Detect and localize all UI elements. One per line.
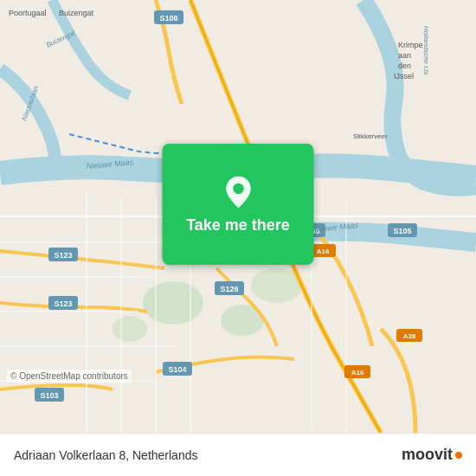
moovit-dot-icon bbox=[455, 452, 462, 459]
svg-text:Krimpe: Krimpe bbox=[398, 41, 423, 49]
svg-text:Poortugaal: Poortugaal bbox=[9, 9, 47, 17]
take-me-there-label: Take me there bbox=[186, 216, 290, 235]
svg-text:S123: S123 bbox=[54, 251, 72, 260]
take-me-there-button[interactable]: Take me there bbox=[163, 144, 314, 265]
svg-text:S105: S105 bbox=[393, 227, 411, 235]
svg-text:S123: S123 bbox=[54, 299, 72, 308]
svg-text:S108: S108 bbox=[159, 14, 177, 23]
svg-text:A38: A38 bbox=[403, 332, 416, 340]
moovit-logo: moovit bbox=[402, 446, 462, 464]
svg-text:S104: S104 bbox=[168, 365, 186, 374]
svg-text:Buizengat: Buizengat bbox=[59, 9, 94, 17]
moovit-text: moovit bbox=[402, 446, 453, 464]
svg-point-1 bbox=[143, 281, 203, 325]
svg-text:S126: S126 bbox=[220, 285, 238, 293]
svg-point-54 bbox=[233, 183, 243, 193]
svg-text:A16: A16 bbox=[317, 248, 330, 255]
footer-bar: Adriaan Volkerlaan 8, Netherlands moovit bbox=[0, 433, 476, 476]
svg-text:S103: S103 bbox=[40, 391, 58, 400]
svg-point-3 bbox=[113, 316, 147, 342]
svg-text:den: den bbox=[398, 61, 411, 70]
svg-text:Hollandsche IJs: Hollandsche IJs bbox=[422, 26, 430, 74]
copyright-notice: © OpenStreetMap contributors bbox=[7, 370, 132, 383]
svg-text:aan: aan bbox=[398, 51, 411, 60]
svg-text:Slikkerveer: Slikkerveer bbox=[353, 132, 388, 140]
svg-text:IJssel: IJssel bbox=[394, 72, 414, 80]
location-pin-icon bbox=[221, 175, 255, 209]
svg-text:A16: A16 bbox=[351, 369, 364, 376]
map-container: S108 A16 A16 A16 S105 S105 S126 S123 S12… bbox=[0, 0, 476, 433]
footer-address: Adriaan Volkerlaan 8, Netherlands bbox=[14, 448, 197, 462]
